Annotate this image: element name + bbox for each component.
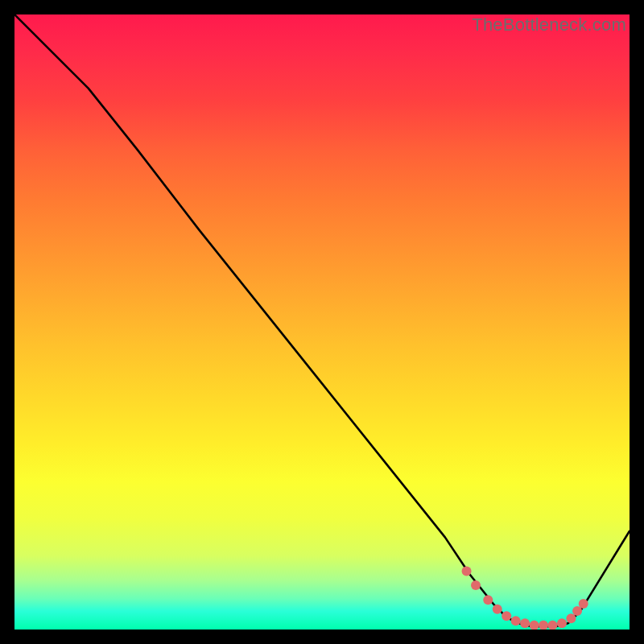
highlight-dot <box>566 613 576 623</box>
highlight-dot <box>572 606 582 616</box>
highlight-dots <box>462 566 588 630</box>
highlight-dot <box>511 616 521 625</box>
highlight-dot <box>483 595 493 605</box>
highlight-dot <box>539 621 548 630</box>
highlight-dot <box>471 580 481 590</box>
curve-overlay <box>14 14 630 630</box>
highlight-dot <box>520 618 530 628</box>
highlight-dot <box>502 611 511 621</box>
bottleneck-curve <box>14 14 630 626</box>
highlight-dot <box>579 599 588 609</box>
highlight-dot <box>462 566 472 576</box>
highlight-dot <box>548 621 558 630</box>
chart-frame: TheBottleneck.com <box>0 0 644 644</box>
highlight-dot <box>557 618 567 628</box>
highlight-dot <box>530 621 539 630</box>
highlight-dot <box>493 605 502 614</box>
gradient-plot-area: TheBottleneck.com <box>14 14 630 630</box>
